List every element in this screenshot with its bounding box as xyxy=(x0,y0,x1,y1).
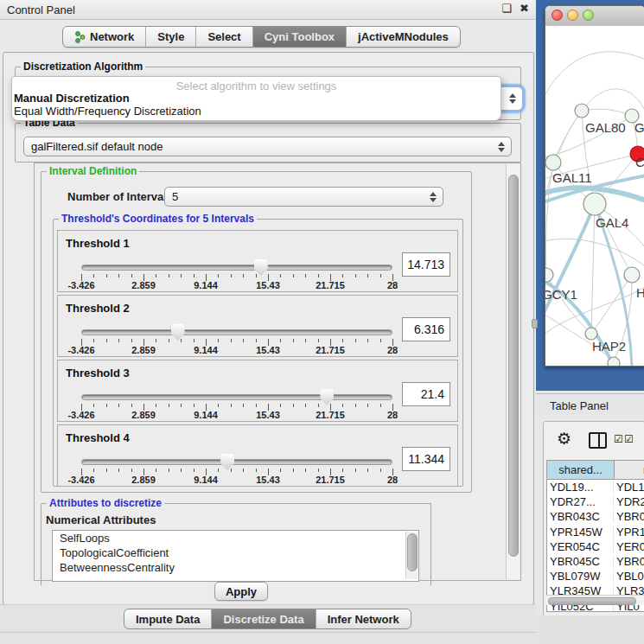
tick-label: 28 xyxy=(387,345,398,355)
threshold-3-value-field[interactable]: 21.4 xyxy=(402,382,450,406)
network-view-window: GAL80 GA C GAL11 GAL4 GCY1 H HAP2 xyxy=(545,5,644,367)
tick-label: 21.715 xyxy=(316,345,345,355)
list-item[interactable]: SelfLoops xyxy=(53,531,418,545)
tab-select[interactable]: Select xyxy=(196,27,252,47)
checkbox-column-icon[interactable]: ☑ xyxy=(614,434,623,444)
network-node[interactable] xyxy=(583,193,606,215)
network-node[interactable] xyxy=(575,104,589,118)
threshold-4-label: Threshold 4 xyxy=(66,431,130,444)
minimize-traffic-light-icon[interactable] xyxy=(567,10,578,21)
table-row[interactable]: YER054C YER0 xyxy=(547,539,644,554)
threshold-4-slider-track[interactable] xyxy=(81,459,392,465)
tick-label: -3.426 xyxy=(67,280,94,290)
float-window-icon[interactable]: ❏ xyxy=(501,2,512,15)
cyni-mode-tabs: Impute Data Discretize Data Infer Networ… xyxy=(124,609,411,629)
cell-name: YDL1 xyxy=(614,481,644,494)
threshold-2-slider-track[interactable] xyxy=(81,329,392,335)
tick-label: 9.144 xyxy=(194,410,218,420)
tick-label: 2.859 xyxy=(131,280,156,290)
tab-cyni-toolbox-label: Cyni Toolbox xyxy=(265,30,335,43)
tab-discretize-data[interactable]: Discretize Data xyxy=(212,609,316,628)
tick-label: 9.144 xyxy=(194,280,218,290)
settings-scrollbar[interactable] xyxy=(506,164,520,579)
column-header-name[interactable]: na xyxy=(615,461,644,479)
table-row[interactable]: YBR045C YBR0 xyxy=(547,554,644,569)
cell-name: YER0 xyxy=(614,540,644,553)
table-data-combobox[interactable]: galFiltered.sif default node xyxy=(23,137,512,156)
split-columns-icon[interactable] xyxy=(589,432,607,449)
node-label-hap2: HAP2 xyxy=(592,339,626,354)
pane-splitter-grip[interactable] xyxy=(532,319,538,328)
tab-style[interactable]: Style xyxy=(146,27,196,47)
thresholds-group: Threshold's Coordinates for 5 Intervals … xyxy=(53,219,463,487)
network-node[interactable] xyxy=(608,357,620,366)
numerical-attributes-label: Numerical Attributes xyxy=(46,513,156,526)
cell-name: YBR0 xyxy=(614,555,644,568)
threshold-2-panel: Threshold 2 -3.426 2.859 9.144 15.43 21.… xyxy=(57,295,458,357)
option-equal-width-frequency[interactable]: Equal Width/Frequency Discretization xyxy=(14,105,201,118)
slider-tick-labels: -3.426 2.859 9.144 15.43 21.715 28 xyxy=(81,345,392,355)
settings-scrollpane: Interval Definition Number of Intervals … xyxy=(34,163,521,581)
gear-icon[interactable]: ⚙ xyxy=(557,430,571,447)
network-node[interactable] xyxy=(545,155,561,170)
cyni-toolbox-panel: Discretization Algorithm Table Data galF… xyxy=(3,52,534,605)
threshold-4-value-field[interactable]: 11.344 xyxy=(402,447,450,471)
zoom-traffic-light-icon[interactable] xyxy=(583,10,594,21)
close-window-icon[interactable]: ✖ xyxy=(520,2,529,15)
table-row[interactable]: YDL19... YDL1 xyxy=(547,480,644,494)
tab-jactivemnodules[interactable]: jActiveMNodules xyxy=(347,27,460,47)
column-header-shared-name[interactable]: shared... xyxy=(547,461,615,479)
network-window-titlebar xyxy=(545,6,644,27)
tick-label: 2.859 xyxy=(131,410,156,420)
empty-area xyxy=(536,615,644,644)
threshold-1-value-field[interactable]: 14.713 xyxy=(402,252,450,277)
screen: Control Panel ❏ ✖ Network Style Select xyxy=(0,0,644,644)
discretization-algorithm-group-title: Discretization Algorithm xyxy=(21,61,145,73)
node-label-gal11: GAL11 xyxy=(552,170,592,185)
close-traffic-light-icon[interactable] xyxy=(552,10,563,21)
tick-label: -3.426 xyxy=(67,345,94,355)
threshold-2-value-field[interactable]: 6.316 xyxy=(402,317,450,341)
list-scrollbar[interactable] xyxy=(405,532,418,579)
table-row[interactable]: YPR145W YPR1 xyxy=(547,525,644,539)
table-row[interactable]: YBR043C YBR0 xyxy=(547,509,644,524)
cell-shared-name: YDL19... xyxy=(547,481,614,494)
network-graph: GAL80 GA C GAL11 GAL4 GCY1 H HAP2 xyxy=(545,26,644,366)
network-node[interactable] xyxy=(585,328,597,340)
tick-label: -3.426 xyxy=(67,475,94,485)
table-data-value: galFiltered.sif default node xyxy=(31,140,163,153)
cell-name: YBR0 xyxy=(614,510,644,523)
tab-cyni-toolbox[interactable]: Cyni Toolbox xyxy=(253,27,347,47)
cell-shared-name: YDR27... xyxy=(547,495,614,508)
apply-button[interactable]: Apply xyxy=(214,582,268,601)
attributes-group: Attributes to discretize Numerical Attri… xyxy=(41,503,431,586)
tab-network-label: Network xyxy=(90,30,134,43)
threshold-3-slider-track[interactable] xyxy=(81,394,392,400)
network-canvas[interactable]: GAL80 GA C GAL11 GAL4 GCY1 H HAP2 xyxy=(545,26,644,366)
tick-label: 15.43 xyxy=(256,410,280,420)
table-horizontal-scrollbar[interactable] xyxy=(546,595,644,605)
option-manual-discretization[interactable]: Manual Discretization xyxy=(14,92,130,105)
tick-label: 28 xyxy=(387,280,398,290)
tab-infer-network[interactable]: Infer Network xyxy=(316,609,411,628)
table-row[interactable]: YBL079W YBL0 xyxy=(547,569,644,583)
slider-tick-labels: -3.426 2.859 9.144 15.43 21.715 28 xyxy=(81,475,392,485)
node-label-partial: H xyxy=(636,285,644,300)
tab-impute-data[interactable]: Impute Data xyxy=(124,609,212,628)
network-node[interactable] xyxy=(545,268,553,282)
list-item[interactable]: BetweennessCentrality xyxy=(53,560,418,575)
algorithm-hint-option[interactable]: Select algorithm to view settings xyxy=(12,80,501,92)
window-title: Control Panel xyxy=(7,3,75,16)
tick-label: 9.144 xyxy=(194,475,218,485)
tab-network[interactable]: Network xyxy=(63,27,146,47)
num-intervals-combobox[interactable]: 5 xyxy=(164,187,443,207)
table-row[interactable]: YDR27... YDR2 xyxy=(547,494,644,509)
node-label-gal4: GAL4 xyxy=(596,215,628,230)
list-item[interactable]: TopologicalCoefficient xyxy=(53,545,418,560)
checkbox-column-icon[interactable]: ☑ xyxy=(624,434,634,444)
cell-name: YPR1 xyxy=(614,526,644,539)
network-node[interactable] xyxy=(624,267,640,283)
node-label-gcy1: GCY1 xyxy=(545,287,577,302)
threshold-1-slider-track[interactable] xyxy=(81,265,392,271)
control-panel-titlebar: Control Panel ❏ ✖ xyxy=(0,0,536,20)
